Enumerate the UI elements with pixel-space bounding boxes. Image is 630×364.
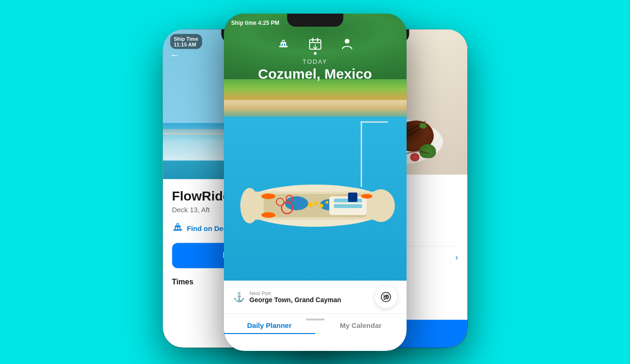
svg-point-38 (261, 193, 275, 199)
back-button[interactable]: ← (170, 49, 180, 61)
center-status-bar: Ship time 4:25 PM (231, 18, 280, 27)
svg-rect-14 (284, 44, 285, 46)
tab-my-calendar[interactable]: My Calendar (315, 319, 407, 331)
svg-rect-12 (281, 42, 286, 46)
next-port-info: ⚓ Next Port George Town, Grand Cayman (233, 290, 341, 304)
left-status-bar: Ship Time 11:15 AM (170, 34, 202, 49)
svg-point-29 (314, 201, 318, 205)
pier-horizontal (361, 121, 388, 123)
person-nav-icon[interactable] (341, 37, 354, 55)
svg-point-28 (308, 202, 313, 207)
next-port-text: Next Port George Town, Grand Cayman (250, 290, 341, 304)
svg-rect-10 (176, 227, 177, 229)
svg-point-23 (285, 196, 308, 210)
destination-name: Cozumel, Mexico (224, 66, 407, 82)
tab-daily-planner[interactable]: Daily Planner (224, 319, 315, 334)
center-screen: Ship time 4:25 PM (224, 14, 407, 351)
svg-rect-36 (334, 204, 362, 208)
next-port-label: Next Port (250, 290, 341, 296)
times-label: Times (172, 277, 193, 286)
ship-nav-icon[interactable] (277, 37, 290, 55)
ship-deck-icon (172, 223, 183, 233)
nav-icons (224, 37, 407, 55)
svg-rect-37 (348, 193, 357, 202)
destination-overlay: TODAY Cozumel, Mexico (224, 58, 407, 82)
pill-indicator (306, 319, 325, 320)
bottom-tabs: Daily Planner My Calendar (224, 313, 407, 351)
phones-container: Ship Time 11:15 AM ← FlowRider® Deck 13,… (0, 0, 630, 364)
next-port-bar: ⚓ Next Port George Town, Grand Cayman (224, 281, 407, 313)
svg-point-32 (367, 189, 395, 222)
svg-rect-13 (282, 44, 283, 46)
svg-point-39 (261, 212, 275, 218)
anchor-icon: ⚓ (233, 291, 245, 303)
ship-map (236, 168, 395, 243)
center-notch (287, 14, 343, 27)
center-phone: Ship time 4:25 PM (224, 14, 407, 351)
svg-point-19 (345, 39, 349, 44)
svg-point-30 (319, 204, 323, 208)
dining-button[interactable] (375, 286, 397, 308)
svg-rect-11 (178, 227, 179, 229)
next-port-name: George Town, Grand Cayman (250, 296, 341, 304)
center-ship-time: Ship time 4:25 PM (231, 20, 280, 26)
menu-arrow-icon: › (455, 252, 458, 262)
svg-point-40 (361, 194, 372, 199)
left-ship-time: Ship Time 11:15 AM (170, 34, 202, 49)
calendar-nav-icon[interactable] (309, 37, 322, 55)
svg-point-31 (326, 201, 328, 204)
svg-point-33 (240, 188, 259, 223)
today-label: TODAY (224, 58, 407, 65)
svg-rect-9 (175, 225, 180, 229)
